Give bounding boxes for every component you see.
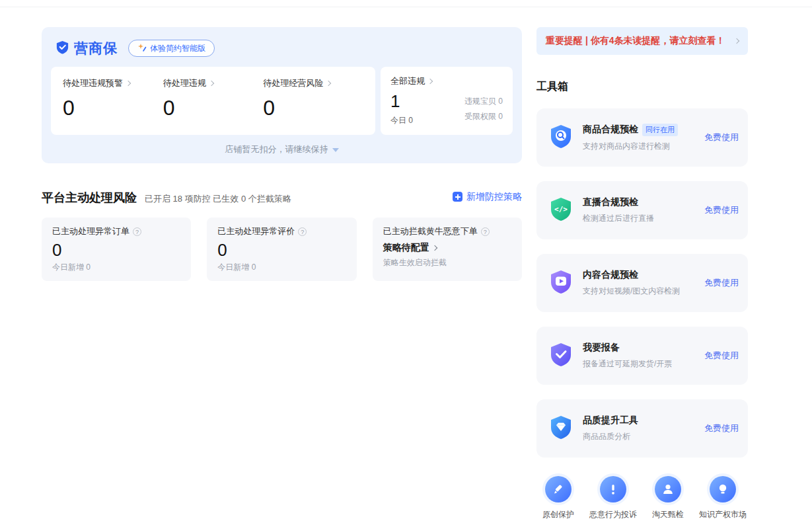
overview-stats-row: 待处理违规预警 0 待处理违规 0 待处理经 [51, 67, 513, 135]
quick-link-label: 恶意行为投诉 [589, 509, 637, 520]
free-use-link[interactable]: 免费使用 [704, 350, 739, 362]
tool-title: 我要报备 [583, 342, 620, 354]
add-prevention-strategy-button[interactable]: 新增防控策略 [453, 191, 522, 203]
tool-content-compliance[interactable]: 内容合规预检 支持对短视频/图文内容检测 免费使用 [536, 254, 748, 312]
free-use-link[interactable]: 免费使用 [704, 132, 739, 143]
plus-icon [453, 192, 462, 202]
risk-card-title: 已主动拦截黄牛恶意下单 [383, 225, 478, 237]
violation-items-count: 违规宝贝 0 [464, 94, 503, 109]
risk-card-title: 已主动处理异常评价 [217, 225, 295, 237]
stat-label: 待处理违规预警 [63, 77, 123, 89]
tool-title: 品质提升工具 [583, 415, 638, 426]
experience-smart-version-button[interactable]: 体验简约智能版 [128, 40, 215, 57]
risk-section-header: 平台主动处理风险 已开启 18 项防控 已生效 0 个拦截策略 新增防控策略 [42, 190, 522, 206]
help-icon[interactable] [481, 227, 490, 236]
free-use-link[interactable]: 免费使用 [704, 277, 739, 289]
all-violations-side-stats: 违规宝贝 0 受限权限 0 [464, 94, 503, 124]
quick-link-original-protection[interactable]: 原创保护 [538, 476, 579, 520]
free-use-link[interactable]: 免费使用 [704, 422, 739, 434]
tool-description: 商品品质分析 [583, 431, 696, 442]
stat-pending-business-risk[interactable]: 待处理经营风险 0 [263, 77, 363, 123]
tool-livestream-compliance[interactable]: </> 直播合规预检 检测通过后进行直播 免费使用 [536, 181, 748, 239]
tool-description: 报备通过可延期发货/开票 [583, 358, 696, 370]
risk-card-footer: 今日新增 0 [217, 262, 346, 273]
quick-links-row: 原创保护 恶意行为投诉 淘天甄检 [536, 476, 748, 520]
stat-label: 待处理经营风险 [263, 77, 323, 89]
toolbox-list: 商品合规预检 同行在用 支持对商品内容进行检测 免费使用 </> [536, 108, 748, 458]
reminder-text: 重要提醒 | 你有4条未读提醒，请立刻查看！ [546, 35, 731, 47]
pending-stats-card: 待处理违规预警 0 待处理违规 0 待处理经 [51, 67, 375, 135]
strategy-config-label: 策略待配置 [383, 242, 429, 254]
chevron-right-icon [208, 81, 213, 86]
tool-quality-improvement[interactable]: 品质提升工具 商品品质分析 免费使用 [536, 399, 748, 458]
tool-product-compliance[interactable]: 商品合规预检 同行在用 支持对商品内容进行检测 免费使用 [536, 108, 748, 167]
overview-header: 营商保 体验简约智能版 [51, 38, 513, 67]
risk-card-footer: 今日新增 0 [52, 262, 180, 273]
abnormal-orders-card: 已主动处理异常订单 0 今日新增 0 [42, 218, 191, 281]
left-column: 营商保 体验简约智能版 待处理违规预警 [42, 20, 522, 520]
scalper-block-card: 已主动拦截黄牛恶意下单 策略待配置 策略生效启动拦截 [373, 218, 522, 281]
stat-pending-violation[interactable]: 待处理违规 0 [163, 77, 264, 123]
svg-text:</>: </> [554, 205, 568, 214]
score-note-toggle[interactable]: 店铺暂无扣分，请继续保持 [51, 143, 513, 155]
tool-info: 我要报备 报备通过可延期发货/开票 [583, 342, 696, 370]
search-shield-icon [547, 122, 575, 153]
risk-section: 平台主动处理风险 已开启 18 项防控 已生效 0 个拦截策略 新增防控策略 已… [42, 190, 522, 281]
score-note-text: 店铺暂无扣分，请继续保持 [225, 144, 328, 154]
tool-info: 直播合规预检 检测通过后进行直播 [583, 196, 696, 224]
diamond-shield-icon [547, 413, 575, 444]
sparkle-icon [137, 43, 147, 54]
add-strategy-label: 新增防控策略 [466, 191, 522, 203]
tool-description: 检测通过后进行直播 [583, 213, 696, 224]
check-shield-icon [547, 341, 575, 371]
play-shield-icon [547, 268, 575, 298]
tool-info: 商品合规预检 同行在用 支持对商品内容进行检测 [583, 124, 696, 152]
stat-label: 待处理违规 [163, 77, 206, 89]
stat-value: 0 [63, 97, 163, 118]
bulb-icon [710, 476, 736, 502]
tool-info: 品质提升工具 商品品质分析 [583, 415, 696, 442]
risk-card-footer: 策略生效启动拦截 [383, 257, 511, 268]
all-violations-main: 1 今日 0 [390, 93, 413, 126]
abnormal-reviews-card: 已主动处理异常评价 0 今日新增 0 [207, 218, 356, 281]
brand-name: 营商保 [74, 39, 118, 58]
help-icon[interactable] [298, 227, 307, 236]
stat-value: 0 [263, 97, 363, 118]
overview-card: 营商保 体验简约智能版 待处理违规预警 [42, 27, 522, 163]
quick-link-label: 知识产权市场 [699, 509, 747, 520]
stat-pending-violation-warning[interactable]: 待处理违规预警 0 [63, 77, 163, 123]
exclamation-icon [600, 476, 626, 502]
tool-title: 商品合规预检 [583, 124, 638, 136]
tool-title: 直播合规预检 [583, 196, 638, 208]
quick-link-ip-market[interactable]: 知识产权市场 [699, 476, 747, 520]
toolbox-title: 工具箱 [536, 80, 748, 94]
risk-section-subtitle: 已开启 18 项防控 已生效 0 个拦截策略 [145, 193, 291, 205]
risk-card-value: 0 [52, 241, 180, 260]
risk-card-value: 0 [217, 241, 346, 260]
chevron-right-icon [326, 81, 331, 86]
chevron-right-icon [734, 38, 739, 44]
chevron-right-icon [431, 245, 437, 251]
shield-check-icon [55, 40, 70, 58]
tool-report-filing[interactable]: 我要报备 报备通过可延期发货/开票 免费使用 [536, 327, 748, 385]
help-icon[interactable] [133, 227, 141, 236]
all-violations-value: 1 [390, 93, 413, 110]
strategy-config-link[interactable]: 策略待配置 [383, 242, 511, 254]
important-reminder-banner[interactable]: 重要提醒 | 你有4条未读提醒，请立刻查看！ [536, 27, 748, 55]
person-badge-icon [655, 476, 681, 502]
code-shield-icon: </> [547, 195, 575, 225]
all-violations-today: 今日 0 [390, 115, 413, 126]
quick-link-label: 原创保护 [542, 509, 574, 520]
all-violations-label: 全部违规 [390, 75, 425, 87]
quick-link-malicious-complaint[interactable]: 恶意行为投诉 [589, 476, 637, 520]
tool-description: 支持对商品内容进行检测 [583, 141, 696, 152]
stat-value: 0 [163, 97, 264, 118]
quick-link-taotian-inspection[interactable]: 淘天甄检 [647, 476, 688, 520]
tool-description: 支持对短视频/图文内容检测 [583, 286, 696, 297]
chevron-down-icon [332, 148, 339, 152]
chevron-right-icon [126, 81, 131, 86]
tool-title: 内容合规预检 [583, 269, 638, 281]
free-use-link[interactable]: 免费使用 [704, 204, 739, 216]
pen-icon [545, 476, 572, 502]
all-violations-card[interactable]: 全部违规 1 今日 0 违规宝贝 0 受限权限 0 [381, 67, 513, 135]
